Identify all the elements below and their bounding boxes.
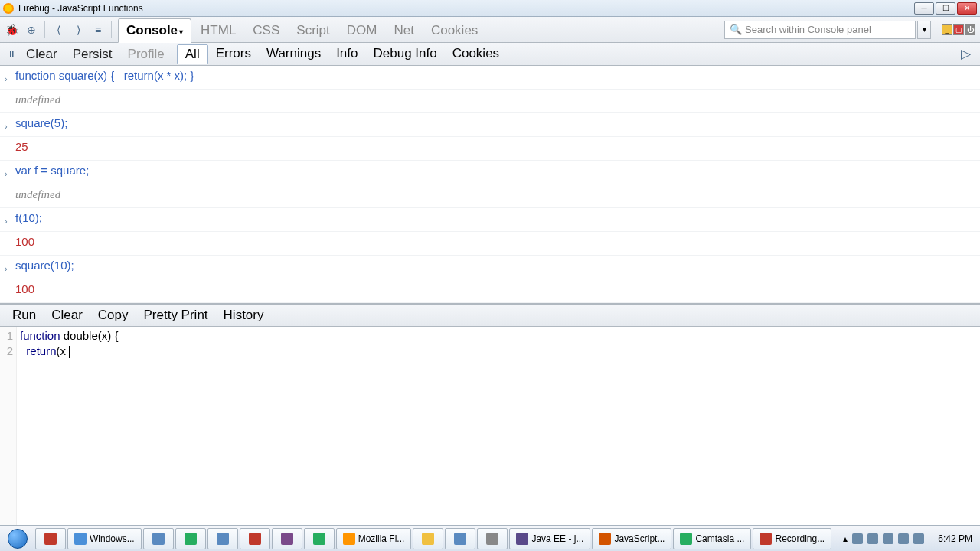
minimize-button[interactable]: ─ [914,2,934,15]
expand-icon[interactable]: ▷ [956,44,975,64]
titlebar: Firebug - JavaScript Functions ─ ☐ ✕ [0,0,980,17]
tab-script[interactable]: Script [289,19,337,42]
panel-minimize-button[interactable]: _ [942,24,952,35]
list-icon[interactable]: ≡ [91,23,105,37]
close-button[interactable]: ✕ [957,2,977,15]
search-placeholder: Search within Console panel [745,24,871,35]
tray-icon[interactable] [898,533,909,544]
clock[interactable]: 6:42 PM [932,533,978,544]
tray-icon[interactable] [852,533,863,544]
break-icon[interactable]: ⏸ [5,47,18,61]
console-command-row: ›var f = square; [0,161,980,184]
taskbar-item[interactable] [143,528,174,549]
tray-icon[interactable] [883,533,893,544]
firefox-icon [3,3,14,14]
console-output-row: ›undefined [0,90,980,113]
console-command-row: ›function square(x) { return(x * x); } [0,66,980,90]
filter-info[interactable]: Info [328,44,365,64]
search-dropdown[interactable]: ▾ [917,21,931,39]
taskbar-item[interactable]: Recording... [753,528,831,549]
console-output-row: ›25 [0,137,980,161]
inspect-icon[interactable]: ⊕ [24,23,38,37]
taskbar-item[interactable]: Mozilla Fi... [336,528,412,549]
filter-all[interactable]: All [177,44,208,64]
clear-button[interactable]: Clear [44,306,90,324]
console-output-row: ›100 [0,232,980,256]
taskbar-item[interactable] [35,528,66,549]
tab-net[interactable]: Net [386,19,421,42]
console-command-row: ›f(10); [0,208,980,232]
tab-css[interactable]: CSS [245,19,287,42]
taskbar-item[interactable]: Windows... [67,528,142,549]
taskbar-item[interactable] [477,528,508,549]
console-log: ›function square(x) { return(x * x); }›u… [0,66,980,304]
tab-cookies[interactable]: Cookies [423,19,485,42]
taskbar-item[interactable] [304,528,335,549]
profile-button[interactable]: Profile [120,45,172,64]
forward-icon[interactable]: ⟩ [71,23,85,37]
window-title: Firebug - JavaScript Functions [18,3,914,14]
run-button[interactable]: Run [5,306,44,324]
code-area[interactable]: function double(x) { return(x [17,327,980,525]
taskbar-item[interactable] [207,528,238,549]
taskbar-item[interactable] [445,528,475,549]
filter-errors[interactable]: Errors [208,44,259,64]
console-command-row: ›square(5); [0,113,980,137]
maximize-button[interactable]: ☐ [936,2,956,15]
gutter: 12 [0,327,17,525]
copy-button[interactable]: Copy [90,306,136,324]
taskbar-item[interactable]: Java EE - j... [509,528,590,549]
panel-popout-button[interactable]: ▢ [953,24,964,35]
history-button[interactable]: History [216,306,272,324]
persist-button[interactable]: Persist [65,45,120,64]
tray-icon[interactable] [867,533,878,544]
clear-button[interactable]: Clear [18,45,65,64]
taskbar-item[interactable] [175,528,206,549]
console-command-row: ›square(10); [0,256,980,279]
editor-toolbar: RunClearCopyPretty PrintHistory [0,304,980,327]
code-editor[interactable]: 12 function double(x) { return(x [0,327,980,525]
search-input[interactable]: 🔍 Search within Console panel [724,21,916,39]
filter-debug-info[interactable]: Debug Info [366,44,445,64]
console-output-row: ›undefined [0,184,980,208]
taskbar-item[interactable]: JavaScript... [592,528,671,549]
search-icon: 🔍 [730,24,742,35]
taskbar-item[interactable] [272,528,302,549]
panel-off-button[interactable]: ⏻ [965,24,975,35]
tab-console[interactable]: Console▾ [118,18,191,43]
system-tray[interactable]: ▴ [837,528,930,549]
panel-toolbar: 🐞 ⊕ ⟨ ⟩ ≡ Console▾HTMLCSSScriptDOMNetCoo… [0,17,980,43]
tab-html[interactable]: HTML [193,19,243,42]
firebug-icon[interactable]: 🐞 [5,23,18,37]
tab-dom[interactable]: DOM [339,19,385,42]
filter-warnings[interactable]: Warnings [259,44,328,64]
filter-cookies[interactable]: Cookies [445,44,507,64]
back-icon[interactable]: ⟨ [51,23,65,37]
taskbar-item[interactable]: Camtasia ... [673,528,751,549]
console-output-row: ›100 [0,279,980,303]
start-button[interactable] [2,527,34,550]
pretty-print-button[interactable]: Pretty Print [136,306,216,324]
taskbar-item[interactable] [413,528,443,549]
tray-chevron-icon[interactable]: ▴ [843,533,848,544]
taskbar-item[interactable] [240,528,270,549]
taskbar: Windows...Mozilla Fi...Java EE - j...Jav… [0,525,980,551]
tray-icon[interactable] [913,533,924,544]
console-toolbar: ⏸ Clear Persist Profile AllErrorsWarning… [0,43,980,66]
